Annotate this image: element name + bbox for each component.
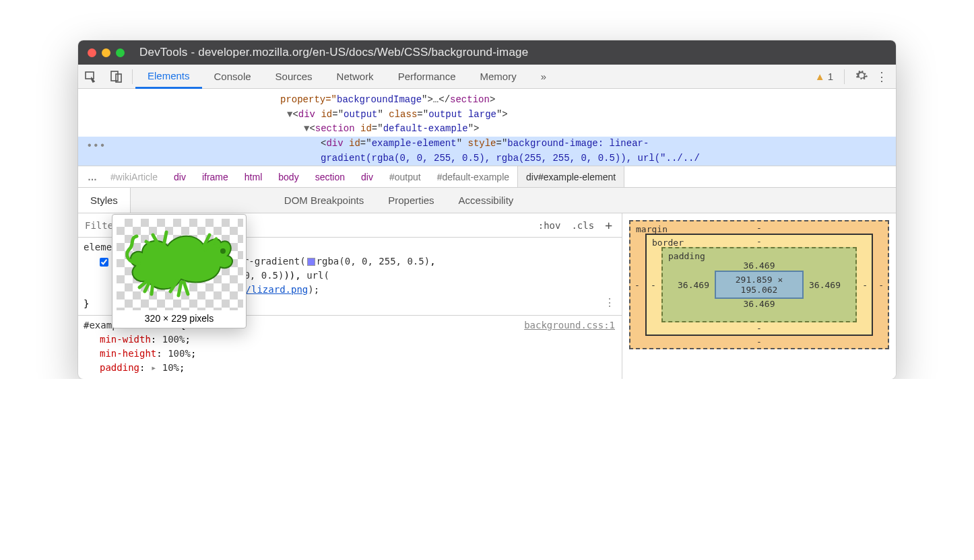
tab-network[interactable]: Network — [325, 65, 386, 89]
box-border-label: border — [652, 238, 684, 248]
panel-tabs: Elements Console Sources Network Perform… — [135, 65, 558, 89]
svg-point-3 — [221, 249, 225, 253]
dom-tree[interactable]: property="backgroundImage">…</section> ▼… — [78, 89, 896, 166]
box-padding-label: padding — [668, 251, 705, 261]
subtab-styles[interactable]: Styles — [78, 188, 131, 213]
warnings-badge[interactable]: ▲ 1 — [815, 71, 833, 82]
crumb-body[interactable]: body — [270, 166, 306, 187]
image-preview-popover: 320 × 229 pixels — [112, 214, 247, 328]
crumb-default-example[interactable]: #default-example — [429, 166, 517, 187]
prop-enable-checkbox[interactable] — [100, 258, 108, 267]
close-icon[interactable] — [88, 48, 96, 57]
tab-elements[interactable]: Elements — [135, 65, 202, 89]
source-link[interactable]: background.css:1 — [524, 318, 615, 332]
breadcrumb-overflow[interactable]: … — [82, 172, 102, 182]
crumb-iframe[interactable]: iframe — [194, 166, 236, 187]
crumb-wikiarticle[interactable]: #wikiArticle — [102, 166, 166, 187]
crumb-div2[interactable]: div — [353, 166, 381, 187]
inspect-icon[interactable] — [78, 70, 104, 83]
subtab-properties[interactable]: Properties — [376, 188, 446, 213]
gear-icon[interactable] — [855, 69, 868, 83]
tab-overflow[interactable]: » — [529, 65, 558, 89]
subtab-accessibility[interactable]: Accessibility — [447, 188, 526, 213]
add-rule-icon[interactable]: + — [605, 218, 612, 232]
box-content-size: 291.859 × 195.062 — [715, 271, 804, 299]
lizard-thumbnail — [117, 219, 243, 310]
tab-memory[interactable]: Memory — [468, 65, 529, 89]
tab-console[interactable]: Console — [202, 65, 263, 89]
ellipsis-icon[interactable]: ••• — [86, 138, 106, 155]
crumb-div[interactable]: div — [166, 166, 194, 187]
warning-icon: ▲ — [815, 71, 825, 82]
devtools-window: DevTools - developer.mozilla.org/en-US/d… — [78, 40, 896, 379]
device-toggle-icon[interactable] — [104, 70, 129, 83]
cls-toggle[interactable]: .cls — [571, 220, 594, 231]
box-margin-label: margin — [636, 224, 668, 234]
box-model: margin ---- border ---- padding 36.469 3… — [622, 213, 896, 379]
image-dimensions: 320 × 229 pixels — [117, 313, 242, 324]
styles-subtabs: Styles Computed DOM Breakpoints Properti… — [78, 188, 896, 213]
titlebar: DevTools - developer.mozilla.org/en-US/d… — [78, 40, 896, 65]
crumb-section[interactable]: section — [307, 166, 353, 187]
minimize-icon[interactable] — [102, 48, 110, 57]
subtab-dom-breakpoints[interactable]: DOM Breakpoints — [272, 188, 376, 213]
crumb-example-element[interactable]: div#example-element — [517, 166, 624, 187]
warning-count: 1 — [828, 71, 833, 82]
toolbar: Elements Console Sources Network Perform… — [78, 65, 896, 89]
color-swatch-icon[interactable] — [307, 258, 315, 266]
tab-performance[interactable]: Performance — [386, 65, 468, 89]
crumb-output[interactable]: #output — [381, 166, 429, 187]
svg-rect-0 — [86, 72, 94, 79]
breadcrumb: … #wikiArticle div iframe html body sect… — [78, 166, 896, 188]
window-title: DevTools - developer.mozilla.org/en-US/d… — [139, 46, 528, 59]
tab-sources[interactable]: Sources — [263, 65, 325, 89]
maximize-icon[interactable] — [116, 48, 125, 57]
traffic-lights — [88, 48, 125, 57]
rule-menu-icon[interactable]: ⋮ — [604, 295, 615, 311]
hov-toggle[interactable]: :hov — [538, 220, 561, 231]
crumb-html[interactable]: html — [236, 166, 270, 187]
kebab-icon[interactable]: ⋮ — [876, 69, 888, 84]
svg-rect-1 — [111, 71, 118, 81]
